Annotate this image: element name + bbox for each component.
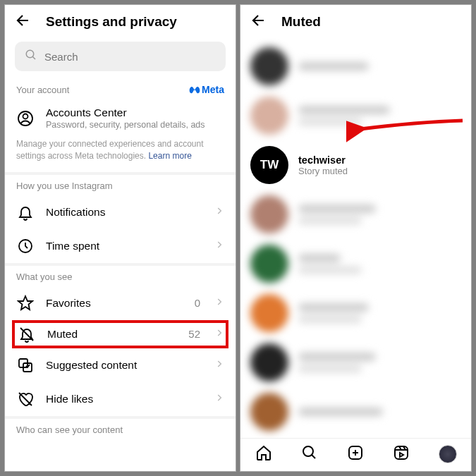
back-arrow-icon[interactable] <box>250 12 267 32</box>
avatar: TW <box>250 146 288 184</box>
suggested-icon <box>16 357 35 374</box>
svg-point-0 <box>26 50 34 58</box>
accounts-center-subtitle: Password, security, personal details, ad… <box>46 120 224 130</box>
list-item[interactable] <box>240 338 471 387</box>
chevron-right-icon <box>214 328 224 341</box>
user-name: techwiser <box>298 154 461 166</box>
clock-icon <box>16 238 35 255</box>
bell-icon <box>16 204 35 221</box>
nav-create-icon[interactable] <box>347 444 364 464</box>
bottom-nav <box>240 438 471 471</box>
search-bar[interactable] <box>15 42 226 71</box>
nav-reels-icon[interactable] <box>393 444 410 464</box>
search-input[interactable] <box>44 51 216 63</box>
list-item-techwiser[interactable]: TW techwiser Story muted <box>240 140 471 190</box>
bell-muted-icon <box>18 326 36 343</box>
muted-row[interactable]: Muted 52 <box>12 320 228 348</box>
muted-list: TW techwiser Story muted <box>240 37 471 438</box>
svg-rect-8 <box>395 446 408 459</box>
page-title: Settings and privacy <box>46 14 177 30</box>
accounts-center-title: Accounts Center <box>46 106 224 119</box>
chevron-right-icon <box>214 206 224 219</box>
section-your-account: Your account Meta <box>5 78 236 99</box>
chevron-right-icon <box>214 359 224 372</box>
notifications-row[interactable]: Notifications <box>5 195 236 229</box>
hide-likes-row[interactable]: Hide likes <box>5 382 236 416</box>
section-how-you-use: How you use Instagram <box>5 175 236 195</box>
muted-count: 52 <box>188 328 200 340</box>
search-icon <box>25 49 37 64</box>
time-spent-row[interactable]: Time spent <box>5 229 236 263</box>
list-item[interactable] <box>240 91 471 140</box>
back-arrow-icon[interactable] <box>15 12 32 32</box>
chevron-right-icon <box>214 240 224 252</box>
chevron-right-icon <box>214 393 224 405</box>
suggested-content-row[interactable]: Suggested content <box>5 348 236 382</box>
account-icon <box>16 110 35 127</box>
hide-likes-icon <box>16 391 35 408</box>
header: Muted <box>240 5 471 37</box>
settings-screen: Settings and privacy Your account Meta A… <box>4 4 236 472</box>
meta-logo: Meta <box>189 84 224 95</box>
list-item[interactable] <box>240 288 471 338</box>
your-account-label: Your account <box>16 85 69 95</box>
list-item[interactable] <box>240 239 471 288</box>
nav-home-icon[interactable] <box>255 444 272 464</box>
accounts-center-row[interactable]: Accounts Center Password, security, pers… <box>5 99 236 137</box>
user-sub: Story muted <box>298 166 461 176</box>
favorites-count: 0 <box>195 297 200 309</box>
nav-search-icon[interactable] <box>301 444 318 464</box>
learn-more-link[interactable]: Learn more <box>148 151 191 161</box>
svg-point-2 <box>23 114 28 118</box>
header: Settings and privacy <box>5 5 236 37</box>
svg-point-6 <box>303 446 313 456</box>
section-what-you-see: What you see <box>5 266 236 286</box>
muted-screen: Muted TW techwiser Story mute <box>240 4 472 472</box>
chevron-right-icon <box>214 297 224 310</box>
star-icon <box>16 295 35 312</box>
favorites-row[interactable]: Favorites 0 <box>5 286 236 320</box>
accounts-info-text: Manage your connected experiences and ac… <box>5 137 236 172</box>
list-item[interactable] <box>240 42 471 91</box>
nav-profile-avatar[interactable] <box>439 445 457 463</box>
section-who-can-see: Who can see your content <box>5 419 236 439</box>
page-title: Muted <box>281 14 321 30</box>
list-item[interactable] <box>240 387 471 437</box>
list-item[interactable] <box>240 190 471 239</box>
